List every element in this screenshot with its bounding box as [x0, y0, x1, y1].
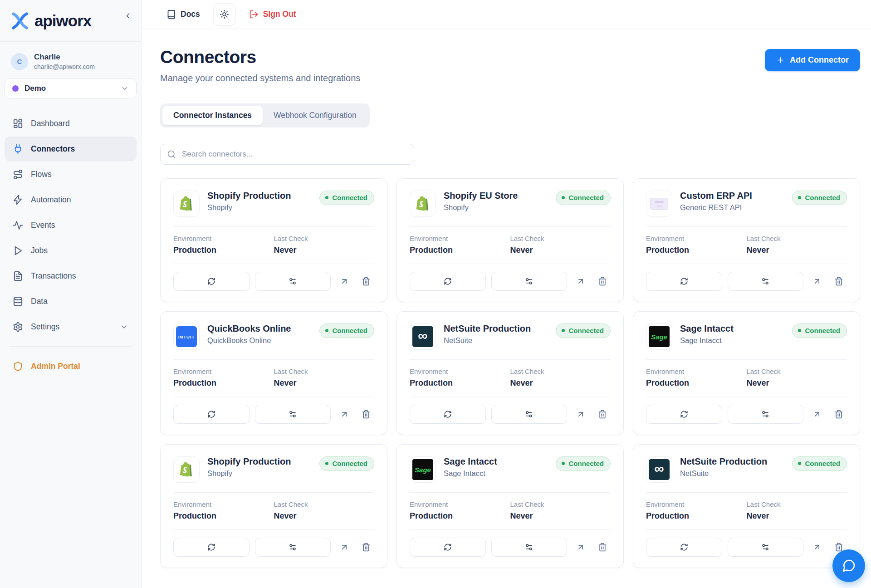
- refresh-button[interactable]: [646, 538, 722, 557]
- divider: [173, 492, 374, 493]
- refresh-icon: [680, 543, 688, 551]
- sidebar-collapse-button[interactable]: [122, 10, 134, 22]
- environment-label: Environment: [173, 235, 274, 242]
- trash-icon: [598, 277, 607, 286]
- environment-value: Production: [410, 378, 510, 388]
- brand-name: apiworx: [34, 12, 91, 30]
- configure-button[interactable]: [728, 272, 804, 291]
- configure-button[interactable]: [491, 272, 568, 291]
- refresh-button[interactable]: [173, 405, 250, 424]
- sign-out-button[interactable]: Sign Out: [249, 10, 296, 19]
- divider: [646, 226, 847, 227]
- sidebar-item-admin-portal[interactable]: Admin Portal: [5, 354, 137, 378]
- refresh-button[interactable]: [173, 538, 250, 557]
- configure-button[interactable]: [255, 538, 331, 557]
- search-input[interactable]: [160, 144, 414, 165]
- tab-webhook-configuration[interactable]: Webhook Configuration: [263, 106, 367, 125]
- refresh-icon: [680, 410, 688, 418]
- refresh-button[interactable]: [410, 272, 486, 291]
- sidebar-item-dashboard[interactable]: Dashboard: [5, 111, 137, 136]
- status-dot-icon: [562, 462, 565, 465]
- shopify-logo-icon: [173, 191, 200, 217]
- docs-link[interactable]: Docs: [166, 10, 200, 19]
- connector-type: QuickBooks Online: [207, 336, 291, 345]
- configure-button[interactable]: [728, 405, 804, 424]
- delete-connector-button[interactable]: [831, 273, 847, 289]
- open-connector-button[interactable]: [336, 539, 352, 555]
- environment-value: Production: [646, 378, 747, 388]
- sidebar-item-connectors[interactable]: Connectors: [5, 137, 137, 161]
- open-connector-button[interactable]: [809, 406, 825, 422]
- refresh-button[interactable]: [410, 405, 486, 424]
- add-connector-button[interactable]: Add Connector: [765, 49, 860, 71]
- status-badge: Connected: [319, 456, 374, 471]
- sidebar-item-automation[interactable]: Automation: [5, 187, 137, 212]
- refresh-button[interactable]: [646, 405, 722, 424]
- delete-connector-button[interactable]: [831, 406, 847, 422]
- intuit-logo-icon: INTUIT: [173, 323, 200, 350]
- brand-row: apiworx: [0, 0, 141, 42]
- theme-toggle-button[interactable]: [213, 3, 236, 26]
- delete-connector-button[interactable]: [594, 406, 611, 422]
- status-dot-icon: [798, 462, 801, 465]
- sage-logo-icon: Sage: [646, 323, 672, 350]
- file-text-icon: [13, 271, 23, 281]
- open-connector-button[interactable]: [336, 273, 352, 289]
- org-selector[interactable]: Demo: [5, 78, 137, 98]
- refresh-button[interactable]: [173, 272, 250, 291]
- divider: [646, 397, 847, 397]
- trash-icon: [598, 543, 607, 552]
- connector-name: Custom ERP API: [680, 191, 752, 201]
- connector-name: Sage Intacct: [680, 323, 734, 334]
- refresh-button[interactable]: [410, 538, 486, 557]
- chat-fab-button[interactable]: [832, 549, 865, 582]
- status-label: Connected: [568, 194, 604, 201]
- status-label: Connected: [805, 194, 840, 201]
- divider: [410, 397, 611, 397]
- delete-connector-button[interactable]: [358, 406, 374, 422]
- sidebar-item-data[interactable]: Data: [5, 289, 137, 314]
- environment-label: Environment: [173, 500, 274, 508]
- sliders-icon: [289, 410, 297, 418]
- sidebar-item-jobs[interactable]: Jobs: [5, 238, 137, 263]
- configure-button[interactable]: [255, 272, 331, 291]
- sidebar-item-label: Admin Portal: [31, 362, 80, 371]
- last-check-value: Never: [510, 511, 611, 521]
- delete-connector-button[interactable]: [594, 273, 611, 289]
- delete-connector-button[interactable]: [594, 539, 611, 555]
- book-icon: [166, 10, 176, 19]
- connector-name: Sage Intacct: [444, 456, 497, 467]
- configure-button[interactable]: [491, 405, 568, 424]
- sidebar-item-events[interactable]: Events: [5, 213, 137, 237]
- tab-connector-instances[interactable]: Connector Instances: [162, 106, 263, 125]
- last-check-value: Never: [274, 378, 375, 388]
- last-check-value: Never: [747, 245, 847, 255]
- open-connector-button[interactable]: [809, 539, 825, 555]
- status-badge: Connected: [556, 456, 611, 471]
- configure-button[interactable]: [728, 538, 804, 557]
- play-icon: [13, 245, 23, 256]
- delete-connector-button[interactable]: [358, 539, 374, 555]
- tab-bar: Connector Instances Webhook Configuratio…: [160, 103, 370, 127]
- sage-logo-icon: Sage: [410, 456, 436, 483]
- sidebar-item-transactions[interactable]: Transactions: [5, 264, 137, 288]
- configure-button[interactable]: [491, 538, 568, 557]
- last-check-value: Never: [510, 245, 611, 255]
- connector-type: Shopify: [444, 203, 518, 212]
- sidebar-item-settings[interactable]: Settings: [5, 314, 137, 339]
- open-connector-button[interactable]: [573, 273, 589, 289]
- refresh-button[interactable]: [646, 272, 722, 291]
- configure-button[interactable]: [255, 405, 331, 424]
- sidebar-item-flows[interactable]: Flows: [5, 162, 137, 186]
- open-connector-button[interactable]: [573, 539, 589, 555]
- status-badge: Connected: [556, 191, 611, 205]
- arrow-up-right-icon: [340, 277, 349, 286]
- delete-connector-button[interactable]: [358, 273, 374, 289]
- connector-name: Shopify EU Store: [444, 191, 518, 201]
- open-connector-button[interactable]: [809, 273, 825, 289]
- app-root: apiworx C Charlie charlie@apiworx.com De…: [0, 0, 871, 588]
- connector-type: Sage Intacct: [680, 336, 734, 345]
- open-connector-button[interactable]: [573, 406, 589, 422]
- open-connector-button[interactable]: [336, 406, 352, 422]
- divider: [646, 359, 847, 360]
